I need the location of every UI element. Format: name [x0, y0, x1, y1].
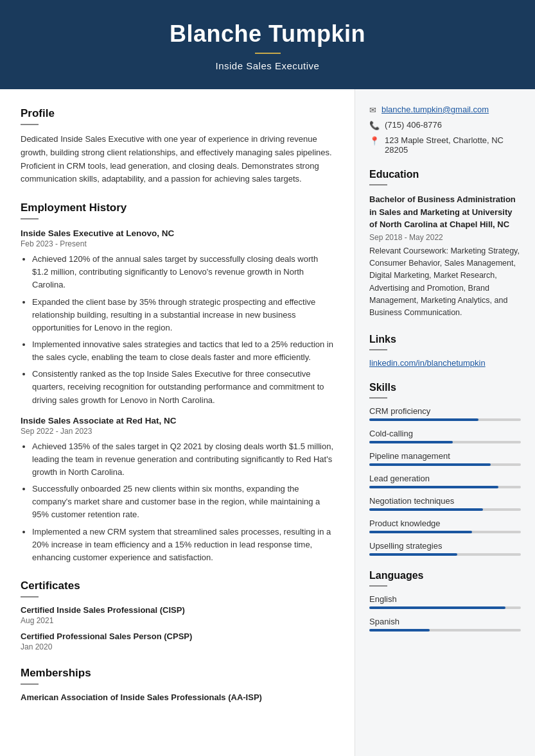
location-icon: 📍	[369, 136, 380, 146]
lang-bar-bg-1	[369, 629, 521, 631]
education-section: Education Bachelor of Business Administr…	[369, 169, 521, 320]
lang-bar-bg-0	[369, 606, 521, 609]
links-section: Links linkedin.com/in/blanchetumpkin	[369, 334, 521, 368]
job-2-bullets: Achieved 135% of the sales target in Q2 …	[21, 440, 337, 564]
linkedin-link[interactable]: linkedin.com/in/blanchetumpkin	[369, 358, 486, 368]
skill-bar-bg-0	[369, 418, 521, 421]
certificates-section: Certificates Certified Inside Sales Prof…	[21, 580, 337, 651]
main-content: Profile Dedicated Inside Sales Executive…	[0, 89, 535, 756]
skill-label-5: Product knowledge	[369, 519, 521, 528]
skill-bar-fill-3	[369, 486, 498, 488]
languages-section: Languages English Spanish	[369, 570, 521, 631]
memberships-section-title: Memberships	[21, 667, 337, 680]
skill-item-1: Cold-calling	[369, 429, 521, 443]
edu-coursework: Relevant Coursework: Marketing Strategy,…	[369, 245, 521, 320]
cert-2-name: Certified Professional Sales Person (CPS…	[21, 631, 337, 641]
skills-divider	[369, 397, 387, 399]
cert-1-date: Aug 2021	[21, 616, 337, 625]
job-2-date: Sep 2022 - Jan 2023	[21, 427, 337, 436]
links-section-title: Links	[369, 334, 521, 345]
employment-divider	[21, 218, 39, 219]
skill-item-0: CRM proficiency	[369, 406, 521, 421]
skill-bar-bg-3	[369, 486, 521, 488]
lang-label-0: English	[369, 594, 521, 604]
job-1: Inside Sales Executive at Lenovo, NC Feb…	[21, 228, 337, 407]
email-icon: ✉	[369, 105, 376, 115]
phone-icon: 📞	[369, 121, 380, 130]
right-column: ✉ blanche.tumpkin@gmail.com 📞 (715) 406-…	[355, 89, 535, 756]
skill-label-2: Pipeline management	[369, 451, 521, 461]
languages-divider	[369, 585, 387, 587]
skill-label-6: Upselling strategies	[369, 541, 521, 551]
cert-1: Certified Inside Sales Professional (CIS…	[21, 605, 337, 625]
skill-label-1: Cold-calling	[369, 429, 521, 438]
contact-section: ✉ blanche.tumpkin@gmail.com 📞 (715) 406-…	[369, 105, 521, 155]
certificates-divider	[21, 596, 39, 597]
job-1-bullet-3: Implemented innovative sales strategies …	[32, 338, 337, 364]
job-2-bullet-3: Implemented a new CRM system that stream…	[32, 526, 337, 564]
skill-bar-bg-6	[369, 553, 521, 556]
skill-bar-bg-2	[369, 463, 521, 466]
employment-section-title: Employment History	[21, 202, 337, 214]
education-divider	[369, 184, 387, 185]
lang-label-1: Spanish	[369, 617, 521, 626]
job-2-title: Inside Sales Associate at Red Hat, NC	[21, 416, 337, 425]
job-1-title: Inside Sales Executive at Lenovo, NC	[21, 228, 337, 238]
job-2: Inside Sales Associate at Red Hat, NC Se…	[21, 416, 337, 564]
header: Blanche Tumpkin Inside Sales Executive	[0, 0, 535, 89]
candidate-title: Inside Sales Executive	[13, 60, 522, 71]
lang-item-1: Spanish	[369, 617, 521, 631]
education-section-title: Education	[369, 169, 521, 180]
skill-label-0: CRM proficiency	[369, 406, 521, 416]
cert-2: Certified Professional Sales Person (CPS…	[21, 631, 337, 651]
skill-bar-bg-5	[369, 531, 521, 533]
membership-1-name: American Association of Inside Sales Pro…	[21, 692, 337, 702]
skill-item-5: Product knowledge	[369, 519, 521, 533]
skill-bar-fill-0	[369, 418, 478, 421]
skill-item-6: Upselling strategies	[369, 541, 521, 556]
lang-bar-fill-1	[369, 629, 430, 631]
skill-bar-fill-4	[369, 508, 483, 511]
job-2-bullet-2: Successfully onboarded 25 new clients wi…	[32, 483, 337, 521]
skill-bar-fill-1	[369, 441, 453, 443]
skill-bar-fill-6	[369, 553, 457, 556]
candidate-name: Blanche Tumpkin	[13, 21, 522, 47]
job-2-bullet-1: Achieved 135% of the sales target in Q2 …	[32, 440, 337, 479]
skill-bar-bg-4	[369, 508, 521, 511]
contact-email-link[interactable]: blanche.tumpkin@gmail.com	[382, 105, 489, 114]
profile-section: Profile Dedicated Inside Sales Executive…	[21, 107, 337, 186]
contact-phone: (715) 406-8776	[385, 120, 442, 130]
contact-phone-item: 📞 (715) 406-8776	[369, 120, 521, 130]
job-1-bullet-4: Consistently ranked as the top Inside Sa…	[32, 368, 337, 406]
languages-list: English Spanish	[369, 594, 521, 631]
job-1-bullet-2: Expanded the client base by 35% through …	[32, 296, 337, 334]
contact-address-item: 📍 123 Maple Street, Charlotte, NC 28205	[369, 135, 521, 155]
skill-item-3: Lead generation	[369, 474, 521, 488]
memberships-divider	[21, 683, 39, 685]
profile-divider	[21, 124, 39, 125]
skill-item-4: Negotiation techniques	[369, 496, 521, 511]
cert-2-date: Jan 2020	[21, 642, 337, 651]
edu-date: Sep 2018 - May 2022	[369, 233, 521, 242]
contact-email-item: ✉ blanche.tumpkin@gmail.com	[369, 105, 521, 115]
cert-1-name: Certified Inside Sales Professional (CIS…	[21, 605, 337, 615]
profile-section-title: Profile	[21, 107, 337, 120]
header-divider	[255, 53, 281, 54]
skill-bar-fill-2	[369, 463, 491, 466]
skill-item-2: Pipeline management	[369, 451, 521, 466]
skill-label-3: Lead generation	[369, 474, 521, 483]
skills-section: Skills CRM proficiency Cold-calling Pipe…	[369, 382, 521, 556]
skill-bar-bg-1	[369, 441, 521, 443]
job-1-bullets: Achieved 120% of the annual sales target…	[21, 253, 337, 407]
contact-address: 123 Maple Street, Charlotte, NC 28205	[385, 135, 521, 155]
profile-text: Dedicated Inside Sales Executive with on…	[21, 133, 337, 186]
skill-bar-fill-5	[369, 531, 472, 533]
skills-section-title: Skills	[369, 382, 521, 393]
memberships-section: Memberships American Association of Insi…	[21, 667, 337, 702]
lang-bar-fill-0	[369, 606, 505, 609]
languages-section-title: Languages	[369, 570, 521, 581]
left-column: Profile Dedicated Inside Sales Executive…	[0, 89, 355, 756]
links-divider	[369, 349, 387, 350]
employment-section: Employment History Inside Sales Executiv…	[21, 202, 337, 564]
job-1-bullet-1: Achieved 120% of the annual sales target…	[32, 253, 337, 291]
